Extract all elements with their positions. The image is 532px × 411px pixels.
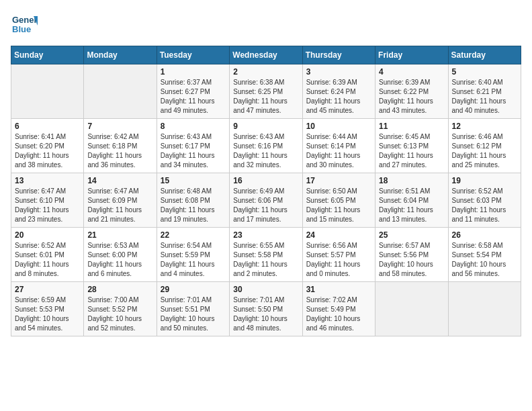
day-number: 21 (87, 230, 152, 240)
day-detail: Sunrise: 6:52 AM Sunset: 6:01 PM Dayligh… (15, 241, 80, 279)
calendar-cell: 21Sunrise: 6:53 AM Sunset: 6:00 PM Dayli… (84, 228, 157, 282)
day-number: 16 (233, 176, 298, 185)
day-detail: Sunrise: 6:59 AM Sunset: 5:53 PM Dayligh… (15, 295, 80, 333)
day-detail: Sunrise: 6:40 AM Sunset: 6:21 PM Dayligh… (452, 78, 517, 116)
calendar-week-4: 20Sunrise: 6:52 AM Sunset: 6:01 PM Dayli… (11, 228, 521, 282)
calendar-cell: 26Sunrise: 6:58 AM Sunset: 5:54 PM Dayli… (448, 228, 521, 282)
day-number: 22 (161, 230, 226, 240)
calendar-cell: 12Sunrise: 6:46 AM Sunset: 6:12 PM Dayli… (448, 119, 521, 173)
day-number: 27 (15, 285, 80, 294)
day-number: 18 (379, 176, 444, 185)
calendar-cell: 24Sunrise: 6:56 AM Sunset: 5:57 PM Dayli… (302, 228, 375, 282)
calendar-cell: 7Sunrise: 6:42 AM Sunset: 6:18 PM Daylig… (84, 119, 157, 173)
day-detail: Sunrise: 7:00 AM Sunset: 5:52 PM Dayligh… (87, 295, 152, 333)
day-detail: Sunrise: 6:55 AM Sunset: 5:58 PM Dayligh… (233, 241, 298, 279)
calendar-cell: 9Sunrise: 6:43 AM Sunset: 6:16 PM Daylig… (230, 119, 302, 173)
day-detail: Sunrise: 6:43 AM Sunset: 6:17 PM Dayligh… (161, 132, 226, 170)
calendar-cell: 25Sunrise: 6:57 AM Sunset: 5:56 PM Dayli… (375, 228, 448, 282)
page-header: General Blue (11, 11, 521, 38)
calendar-cell: 15Sunrise: 6:48 AM Sunset: 6:08 PM Dayli… (157, 173, 229, 228)
day-number: 9 (233, 122, 298, 131)
calendar-cell: 27Sunrise: 6:59 AM Sunset: 5:53 PM Dayli… (11, 282, 84, 336)
calendar-cell: 23Sunrise: 6:55 AM Sunset: 5:58 PM Dayli… (230, 228, 302, 282)
calendar-cell: 11Sunrise: 6:45 AM Sunset: 6:13 PM Dayli… (375, 119, 448, 173)
calendar-header: SundayMondayTuesdayWednesdayThursdayFrid… (11, 46, 521, 64)
day-number: 10 (306, 122, 371, 131)
day-detail: Sunrise: 6:57 AM Sunset: 5:56 PM Dayligh… (379, 241, 444, 279)
calendar-cell: 20Sunrise: 6:52 AM Sunset: 6:01 PM Dayli… (11, 228, 84, 282)
day-detail: Sunrise: 6:42 AM Sunset: 6:18 PM Dayligh… (87, 132, 152, 170)
calendar-body: 1Sunrise: 6:37 AM Sunset: 6:27 PM Daylig… (11, 64, 521, 336)
header-cell-wednesday: Wednesday (230, 46, 302, 64)
day-number: 24 (306, 230, 371, 240)
day-number: 5 (452, 67, 517, 77)
header-cell-sunday: Sunday (11, 46, 84, 64)
day-number: 29 (161, 285, 226, 294)
logo-icon: General Blue (11, 11, 38, 38)
calendar-cell: 31Sunrise: 7:02 AM Sunset: 5:49 PM Dayli… (302, 282, 375, 336)
calendar-cell: 4Sunrise: 6:39 AM Sunset: 6:22 PM Daylig… (375, 64, 448, 119)
calendar-week-1: 1Sunrise: 6:37 AM Sunset: 6:27 PM Daylig… (11, 64, 521, 119)
day-detail: Sunrise: 6:39 AM Sunset: 6:24 PM Dayligh… (306, 78, 371, 116)
header-cell-friday: Friday (375, 46, 448, 64)
day-detail: Sunrise: 6:58 AM Sunset: 5:54 PM Dayligh… (452, 241, 517, 279)
day-detail: Sunrise: 7:01 AM Sunset: 5:50 PM Dayligh… (233, 295, 298, 333)
day-number: 28 (87, 285, 152, 294)
calendar-cell: 5Sunrise: 6:40 AM Sunset: 6:21 PM Daylig… (448, 64, 521, 119)
calendar-cell: 17Sunrise: 6:50 AM Sunset: 6:05 PM Dayli… (302, 173, 375, 228)
calendar-cell (448, 282, 521, 336)
day-number: 11 (379, 122, 444, 131)
day-detail: Sunrise: 6:38 AM Sunset: 6:25 PM Dayligh… (233, 78, 298, 116)
calendar-cell (84, 64, 157, 119)
day-detail: Sunrise: 6:46 AM Sunset: 6:12 PM Dayligh… (452, 132, 517, 170)
day-detail: Sunrise: 6:52 AM Sunset: 6:03 PM Dayligh… (452, 187, 517, 224)
day-number: 30 (233, 285, 298, 294)
day-detail: Sunrise: 6:43 AM Sunset: 6:16 PM Dayligh… (233, 132, 298, 170)
day-detail: Sunrise: 6:50 AM Sunset: 6:05 PM Dayligh… (306, 187, 371, 224)
calendar-cell (11, 64, 84, 119)
day-number: 3 (306, 67, 371, 77)
header-cell-tuesday: Tuesday (157, 46, 229, 64)
header-row: SundayMondayTuesdayWednesdayThursdayFrid… (11, 46, 521, 64)
day-number: 25 (379, 230, 444, 240)
day-number: 1 (161, 67, 226, 77)
day-number: 8 (161, 122, 226, 131)
day-number: 26 (452, 230, 517, 240)
day-number: 19 (452, 176, 517, 185)
calendar-cell: 29Sunrise: 7:01 AM Sunset: 5:51 PM Dayli… (157, 282, 229, 336)
calendar-cell: 8Sunrise: 6:43 AM Sunset: 6:17 PM Daylig… (157, 119, 229, 173)
calendar-week-3: 13Sunrise: 6:47 AM Sunset: 6:10 PM Dayli… (11, 173, 521, 228)
day-number: 31 (306, 285, 371, 294)
day-detail: Sunrise: 6:47 AM Sunset: 6:10 PM Dayligh… (15, 187, 80, 224)
calendar-cell: 10Sunrise: 6:44 AM Sunset: 6:14 PM Dayli… (302, 119, 375, 173)
day-number: 14 (87, 176, 152, 185)
day-detail: Sunrise: 6:41 AM Sunset: 6:20 PM Dayligh… (15, 132, 80, 170)
day-detail: Sunrise: 7:01 AM Sunset: 5:51 PM Dayligh… (161, 295, 226, 333)
day-detail: Sunrise: 6:48 AM Sunset: 6:08 PM Dayligh… (161, 187, 226, 224)
calendar-cell: 1Sunrise: 6:37 AM Sunset: 6:27 PM Daylig… (157, 64, 229, 119)
calendar-cell: 6Sunrise: 6:41 AM Sunset: 6:20 PM Daylig… (11, 119, 84, 173)
day-number: 12 (452, 122, 517, 131)
logo: General Blue (11, 11, 38, 38)
calendar-cell: 30Sunrise: 7:01 AM Sunset: 5:50 PM Dayli… (230, 282, 302, 336)
calendar-cell: 18Sunrise: 6:51 AM Sunset: 6:04 PM Dayli… (375, 173, 448, 228)
calendar-cell: 28Sunrise: 7:00 AM Sunset: 5:52 PM Dayli… (84, 282, 157, 336)
calendar-cell: 22Sunrise: 6:54 AM Sunset: 5:59 PM Dayli… (157, 228, 229, 282)
day-detail: Sunrise: 6:53 AM Sunset: 6:00 PM Dayligh… (87, 241, 152, 279)
day-number: 13 (15, 176, 80, 185)
header-cell-saturday: Saturday (448, 46, 521, 64)
svg-text:Blue: Blue (12, 24, 31, 34)
calendar-cell: 14Sunrise: 6:47 AM Sunset: 6:09 PM Dayli… (84, 173, 157, 228)
calendar-table: SundayMondayTuesdayWednesdayThursdayFrid… (11, 46, 521, 336)
day-detail: Sunrise: 6:45 AM Sunset: 6:13 PM Dayligh… (379, 132, 444, 170)
day-detail: Sunrise: 6:39 AM Sunset: 6:22 PM Dayligh… (379, 78, 444, 116)
calendar-week-2: 6Sunrise: 6:41 AM Sunset: 6:20 PM Daylig… (11, 119, 521, 173)
day-detail: Sunrise: 6:51 AM Sunset: 6:04 PM Dayligh… (379, 187, 444, 224)
calendar-cell: 3Sunrise: 6:39 AM Sunset: 6:24 PM Daylig… (302, 64, 375, 119)
calendar-cell: 13Sunrise: 6:47 AM Sunset: 6:10 PM Dayli… (11, 173, 84, 228)
day-detail: Sunrise: 6:44 AM Sunset: 6:14 PM Dayligh… (306, 132, 371, 170)
day-number: 15 (161, 176, 226, 185)
calendar-cell (375, 282, 448, 336)
day-detail: Sunrise: 6:49 AM Sunset: 6:06 PM Dayligh… (233, 187, 298, 224)
day-detail: Sunrise: 6:37 AM Sunset: 6:27 PM Dayligh… (161, 78, 226, 116)
